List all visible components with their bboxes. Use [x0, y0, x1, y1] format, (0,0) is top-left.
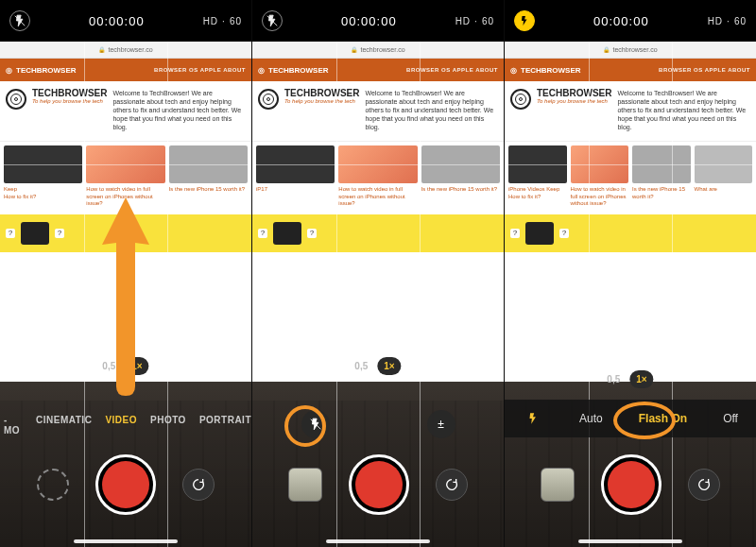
- camera-panel-2: 00:00:00 HD·60 🔒techbrowser.co ◎TECHBROW…: [251, 0, 504, 547]
- techbrowser-logo-icon: [6, 89, 26, 110]
- home-indicator[interactable]: [326, 539, 430, 543]
- site-logo-icon: ◎: [258, 66, 265, 75]
- record-button[interactable]: [349, 454, 409, 515]
- flip-camera-button[interactable]: [688, 469, 720, 501]
- zoom-selector[interactable]: 0,5 1×: [607, 370, 653, 388]
- home-indicator[interactable]: [74, 539, 178, 543]
- mode-selector[interactable]: -MO CINEMATIC VIDEO PHOTO PORTRAIT: [0, 415, 251, 436]
- flip-camera-button[interactable]: [436, 469, 468, 501]
- site-logo-icon: ◎: [6, 66, 12, 75]
- safari-url-bar: 🔒techbrowser.co: [0, 42, 251, 59]
- mode-photo[interactable]: PHOTO: [150, 415, 186, 436]
- viewfinder-content: 🔒techbrowser.co ◎TECHBROWSER BROWSER OS …: [0, 42, 251, 382]
- flash-option-off[interactable]: Off: [723, 412, 738, 425]
- format-indicator[interactable]: HD·60: [203, 16, 242, 26]
- mode-slomo[interactable]: -MO: [4, 415, 23, 436]
- record-button[interactable]: [95, 454, 156, 515]
- camera-panel-1: 00:00:00 HD·60 🔒techbrowser.co ◎TECHBROW…: [0, 0, 251, 547]
- viewfinder-content: 🔒techbrowser.co ◎TECHBROWSER BROWSER OS …: [505, 42, 756, 382]
- lock-icon: 🔒: [98, 46, 105, 53]
- home-indicator[interactable]: [578, 539, 682, 543]
- site-logo-icon: ◎: [510, 66, 517, 75]
- camera-panel-3: 00:00:00 HD·60 🔒techbrowser.co ◎TECHBROW…: [504, 0, 756, 547]
- mode-video[interactable]: VIDEO: [105, 415, 137, 436]
- flash-options-menu: Auto Flash On Off: [505, 400, 756, 437]
- record-timer: 00:00:00: [593, 14, 649, 28]
- flash-off-icon[interactable]: [9, 10, 30, 31]
- flash-option-on[interactable]: Flash On: [639, 412, 687, 425]
- exposure-button[interactable]: ±: [427, 410, 455, 438]
- record-timer: 00:00:00: [341, 14, 397, 28]
- bolt-icon: [523, 408, 543, 429]
- record-button[interactable]: [601, 454, 662, 515]
- flash-off-icon[interactable]: [262, 10, 283, 31]
- flip-camera-button[interactable]: [182, 469, 215, 501]
- flash-option-auto[interactable]: Auto: [579, 412, 603, 425]
- last-photo-thumbnail[interactable]: [541, 468, 575, 502]
- zoom-selector[interactable]: 0,5 1×: [354, 357, 401, 375]
- viewfinder-content: 🔒techbrowser.co ◎TECHBROWSER BROWSER OS …: [252, 42, 504, 382]
- lock-icon: 🔒: [351, 46, 357, 53]
- format-indicator[interactable]: HD·60: [455, 16, 494, 26]
- format-indicator[interactable]: HD·60: [708, 16, 747, 26]
- zoom-1x[interactable]: 1×: [125, 357, 148, 375]
- flash-toggle-button[interactable]: [301, 410, 330, 438]
- lock-icon: 🔒: [603, 46, 610, 53]
- record-timer: 00:00:00: [89, 14, 145, 28]
- mode-cinematic[interactable]: CINEMATIC: [36, 415, 92, 436]
- zoom-0.5[interactable]: 0,5: [102, 361, 115, 371]
- effects-button[interactable]: [37, 469, 69, 501]
- flash-on-icon[interactable]: [514, 10, 535, 31]
- mode-portrait[interactable]: PORTRAIT: [199, 415, 251, 436]
- options-row: ±: [252, 403, 504, 445]
- zoom-selector[interactable]: 0,5 1×: [102, 357, 148, 375]
- last-photo-thumbnail[interactable]: [288, 468, 322, 502]
